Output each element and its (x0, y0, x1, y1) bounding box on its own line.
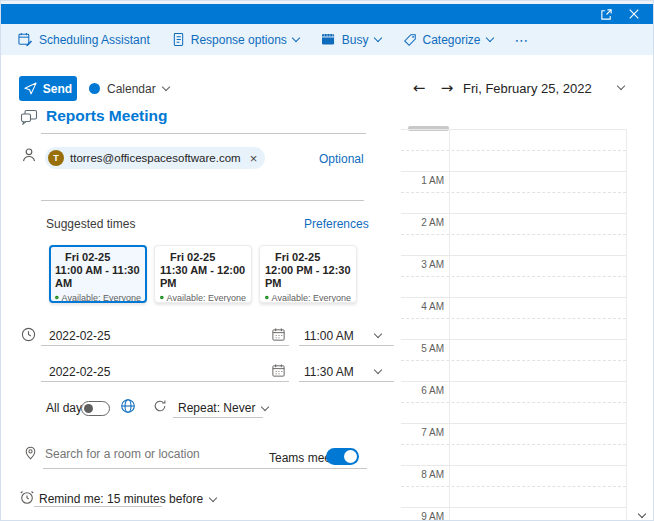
time-slot-cell[interactable]: 4 AM (401, 297, 626, 339)
send-button[interactable]: Send (19, 76, 77, 101)
optional-attendees-link[interactable]: Optional (319, 152, 364, 166)
available-check-icon (265, 292, 269, 303)
chevron-down-icon[interactable] (617, 82, 625, 90)
suggested-time-card-selected[interactable]: Fri 02-25 11:00 AM - 11:30 AM Available:… (49, 245, 147, 303)
location-pin-icon (23, 445, 38, 465)
scheduling-assistant-button[interactable]: Scheduling Assistant (18, 32, 150, 47)
all-day-toggle[interactable] (81, 401, 110, 416)
time-slot-cell[interactable]: 8 AM (401, 465, 626, 507)
meeting-compose-window: Scheduling Assistant Response options Bu… (0, 0, 654, 521)
hour-label: 8 AM (401, 469, 444, 480)
time-gutter-divider (449, 129, 450, 521)
send-label: Send (43, 82, 72, 96)
time-slot-cell[interactable]: 3 AM (401, 255, 626, 297)
slot-availability: Available: Everyone (160, 292, 246, 303)
attendee-chip[interactable]: T ttorres@officespacesoftware.com × (45, 147, 265, 169)
preferences-link[interactable]: Preferences (304, 217, 364, 231)
show-as-busy-button[interactable]: Busy (321, 33, 381, 47)
categorize-button[interactable]: Categorize (403, 33, 493, 47)
start-date-input[interactable]: 2022-02-25 (49, 329, 110, 343)
recurrence-icon (153, 399, 167, 417)
teams-meeting-toggle[interactable] (326, 448, 359, 465)
day-view-grid: 1 AM 2 AM 3 AM 4 AM 5 AM 6 AM 7 AM 8 AM … (401, 129, 627, 521)
slot-time: 12:00 PM - 12:30 PM (265, 264, 351, 290)
close-button[interactable] (626, 7, 641, 22)
window-titlebar (1, 4, 653, 24)
time-slot-cell[interactable]: 7 AM (401, 423, 626, 465)
slot-availability: Available: Everyone (55, 292, 141, 303)
next-day-button[interactable]: → (437, 79, 457, 97)
suggested-time-card[interactable]: Fri 02-25 11:30 AM - 12:00 PM Available:… (154, 245, 252, 303)
attendees-underline (41, 200, 364, 201)
half-hour-line (401, 318, 626, 319)
response-options-button[interactable]: Response options (172, 32, 299, 47)
title-underline (41, 133, 366, 134)
half-hour-line (401, 402, 626, 403)
slot-availability-text: Available: Everyone (167, 293, 246, 303)
meeting-title-input[interactable]: Reports Meeting (46, 107, 167, 125)
end-date-picker-icon[interactable] (271, 363, 286, 382)
hour-label: 6 AM (401, 385, 444, 396)
repeat-underline (173, 417, 263, 418)
repeat-label: Repeat: Never (178, 401, 255, 415)
meeting-title-icon (20, 109, 38, 129)
busy-status-icon (321, 33, 336, 46)
hour-label: 2 AM (401, 217, 444, 228)
compose-toolbar: Scheduling Assistant Response options Bu… (1, 24, 653, 55)
suggested-times-list: Fri 02-25 11:00 AM - 11:30 AM Available:… (49, 245, 357, 303)
popout-icon (600, 8, 613, 21)
repeat-select[interactable]: Repeat: Never (178, 401, 268, 415)
hour-label: 7 AM (401, 427, 444, 438)
categorize-tag-icon (403, 33, 417, 47)
alarm-clock-icon (19, 489, 35, 509)
start-date-picker-icon[interactable] (271, 327, 286, 346)
chevron-down-icon (209, 493, 217, 501)
suggested-time-card[interactable]: Fri 02-25 12:00 PM - 12:30 PM Available:… (259, 245, 357, 303)
available-check-icon (160, 292, 164, 303)
end-time-select[interactable]: 11:30 AM (304, 365, 354, 379)
toolbar-overflow-button[interactable]: ⋯ (515, 32, 530, 48)
end-date-input[interactable]: 2022-02-25 (49, 365, 110, 379)
time-slot-cell[interactable]: 5 AM (401, 339, 626, 381)
time-slot-cell[interactable]: 2 AM (401, 213, 626, 255)
previous-day-button[interactable]: ← (409, 79, 429, 97)
hour-label: 4 AM (401, 301, 444, 312)
all-day-label: All day (46, 401, 82, 415)
slot-date: Fri 02-25 (170, 250, 246, 264)
half-hour-line (401, 192, 626, 193)
hour-label: 5 AM (401, 343, 444, 354)
location-underline (43, 468, 367, 469)
timezone-globe-icon[interactable] (120, 398, 136, 418)
location-input[interactable] (45, 445, 257, 463)
half-hour-line (401, 276, 626, 277)
reminder-select[interactable]: Remind me: 15 minutes before (39, 492, 216, 506)
response-options-icon (172, 32, 185, 47)
slot-date: Fri 02-25 (65, 250, 141, 264)
half-hour-line (401, 360, 626, 361)
slot-availability: Available: Everyone (265, 292, 351, 303)
attendee-avatar: T (48, 150, 64, 166)
half-hour-line (401, 150, 626, 151)
toolbar-collapse-chevron-icon[interactable] (638, 510, 646, 518)
popout-button[interactable] (599, 7, 614, 22)
calendar-selector[interactable]: Calendar (89, 76, 169, 101)
start-date-underline (41, 345, 289, 346)
half-hour-line (401, 444, 626, 445)
start-time-select[interactable]: 11:00 AM (304, 329, 354, 343)
end-time-underline (299, 381, 394, 382)
toggle-knob (84, 404, 93, 413)
time-slot-cell[interactable]: 9 AM (401, 507, 626, 521)
time-slot-cell[interactable]: 6 AM (401, 381, 626, 423)
day-view-date-header[interactable]: Fri, February 25, 2022 (463, 81, 592, 96)
hour-label: 9 AM (401, 511, 444, 521)
attendees-person-icon (21, 147, 37, 167)
remove-attendee-icon[interactable]: × (250, 152, 258, 165)
scheduling-assistant-label: Scheduling Assistant (39, 33, 150, 47)
slot-time: 11:30 AM - 12:00 PM (160, 264, 246, 290)
time-slot-cell[interactable]: 1 AM (401, 171, 626, 213)
clock-icon (21, 327, 36, 346)
slot-time: 11:00 AM - 11:30 AM (55, 264, 141, 290)
time-slot-cell[interactable] (401, 129, 626, 171)
chevron-down-icon (373, 34, 381, 42)
slot-date: Fri 02-25 (275, 250, 351, 264)
